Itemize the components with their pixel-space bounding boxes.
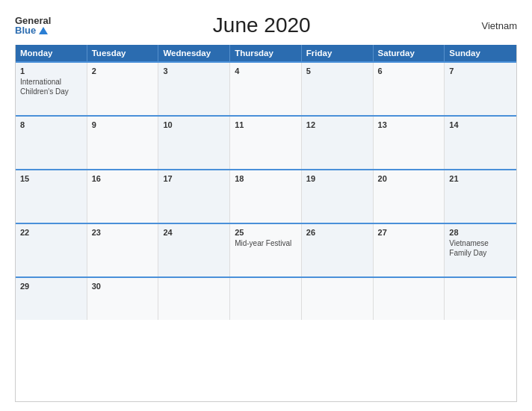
header-tuesday: Tuesday <box>87 45 159 61</box>
day-number: 19 <box>306 174 368 183</box>
cal-cell-4-5: 26 <box>302 224 374 276</box>
cal-cell-2-7: 14 <box>445 117 516 169</box>
header-monday: Monday <box>16 45 87 61</box>
day-number: 28 <box>449 228 512 237</box>
event-text: Mid-year Festival <box>235 239 291 247</box>
day-number: 30 <box>92 282 154 291</box>
day-number: 22 <box>20 228 82 237</box>
event-text: International Children's Day <box>20 78 69 96</box>
day-number: 2 <box>92 67 154 75</box>
logo-triangle-icon <box>39 27 48 34</box>
day-number: 3 <box>163 67 225 75</box>
header-sunday: Sunday <box>445 45 516 61</box>
day-number: 25 <box>235 228 297 237</box>
day-number: 7 <box>449 67 512 75</box>
header-friday: Friday <box>302 45 374 61</box>
day-number: 26 <box>306 228 368 237</box>
calendar-body: 1International Children's Day23456789101… <box>16 61 516 320</box>
cal-cell-3-2: 16 <box>87 170 159 223</box>
day-number: 6 <box>378 67 440 75</box>
day-number: 24 <box>163 228 225 237</box>
cal-cell-3-4: 18 <box>230 170 302 223</box>
calendar-grid: Monday Tuesday Wednesday Thursday Friday… <box>15 45 517 402</box>
day-number: 18 <box>235 174 297 183</box>
cal-cell-1-3: 3 <box>158 63 230 115</box>
day-number: 5 <box>306 67 368 75</box>
cal-cell-2-5: 12 <box>302 117 374 169</box>
cal-cell-2-3: 10 <box>158 117 230 169</box>
day-number: 29 <box>20 282 82 291</box>
cal-cell-3-3: 17 <box>158 170 230 223</box>
cal-cell-2-2: 9 <box>87 117 159 169</box>
day-number: 9 <box>92 120 154 129</box>
cal-cell-1-5: 5 <box>302 63 374 115</box>
calendar-week-4: 22232425Mid-year Festival262728Vietnames… <box>16 223 516 276</box>
day-number: 14 <box>449 120 512 129</box>
calendar-page: General Blue June 2020 Vietnam Monday Tu… <box>0 0 532 411</box>
header-wednesday: Wednesday <box>158 45 230 61</box>
cal-cell-3-7: 21 <box>445 170 516 223</box>
day-number: 12 <box>306 120 368 129</box>
calendar-title: June 2020 <box>51 13 472 37</box>
day-number: 27 <box>378 228 440 237</box>
cal-cell-1-7: 7 <box>445 63 516 115</box>
cal-cell-3-6: 20 <box>374 170 445 223</box>
cal-cell-1-6: 6 <box>374 63 445 115</box>
cal-cell-4-1: 22 <box>16 224 87 276</box>
logo: General Blue <box>15 16 51 35</box>
cal-cell-4-7: 28Vietnamese Family Day <box>445 224 516 276</box>
day-number: 15 <box>20 174 82 183</box>
day-number: 4 <box>235 67 297 75</box>
day-number: 17 <box>163 174 225 183</box>
cal-cell-5-4 <box>230 278 302 320</box>
calendar-week-5: 2930 <box>16 276 516 320</box>
calendar-week-1: 1International Children's Day234567 <box>16 61 516 115</box>
cal-cell-4-2: 23 <box>87 224 159 276</box>
logo-blue-text: Blue <box>15 25 51 35</box>
day-number: 13 <box>378 120 440 129</box>
day-number: 8 <box>20 120 82 129</box>
day-number: 21 <box>449 174 512 183</box>
cal-cell-3-5: 19 <box>302 170 374 223</box>
cal-cell-2-1: 8 <box>16 117 87 169</box>
country-label: Vietnam <box>472 20 517 31</box>
calendar-header-row: Monday Tuesday Wednesday Thursday Friday… <box>16 45 516 61</box>
cal-cell-5-3 <box>158 278 230 320</box>
event-text: Vietnamese Family Day <box>449 239 489 257</box>
cal-cell-3-1: 15 <box>16 170 87 223</box>
cal-cell-1-2: 2 <box>87 63 159 115</box>
cal-cell-4-6: 27 <box>374 224 445 276</box>
calendar-week-3: 15161718192021 <box>16 169 516 223</box>
header-thursday: Thursday <box>230 45 302 61</box>
cal-cell-4-4: 25Mid-year Festival <box>230 224 302 276</box>
cal-cell-1-1: 1International Children's Day <box>16 63 87 115</box>
calendar-week-2: 891011121314 <box>16 115 516 169</box>
cal-cell-5-2: 30 <box>87 278 159 320</box>
day-number: 10 <box>163 120 225 129</box>
cal-cell-5-7 <box>445 278 516 320</box>
cal-cell-5-5 <box>302 278 374 320</box>
day-number: 20 <box>378 174 440 183</box>
header: General Blue June 2020 Vietnam <box>15 13 517 37</box>
cal-cell-5-6 <box>374 278 445 320</box>
cal-cell-2-4: 11 <box>230 117 302 169</box>
cal-cell-2-6: 13 <box>374 117 445 169</box>
day-number: 23 <box>92 228 154 237</box>
day-number: 16 <box>92 174 154 183</box>
day-number: 11 <box>235 120 297 129</box>
cal-cell-4-3: 24 <box>158 224 230 276</box>
day-number: 1 <box>20 67 82 75</box>
cal-cell-5-1: 29 <box>16 278 87 320</box>
cal-cell-1-4: 4 <box>230 63 302 115</box>
header-saturday: Saturday <box>374 45 445 61</box>
